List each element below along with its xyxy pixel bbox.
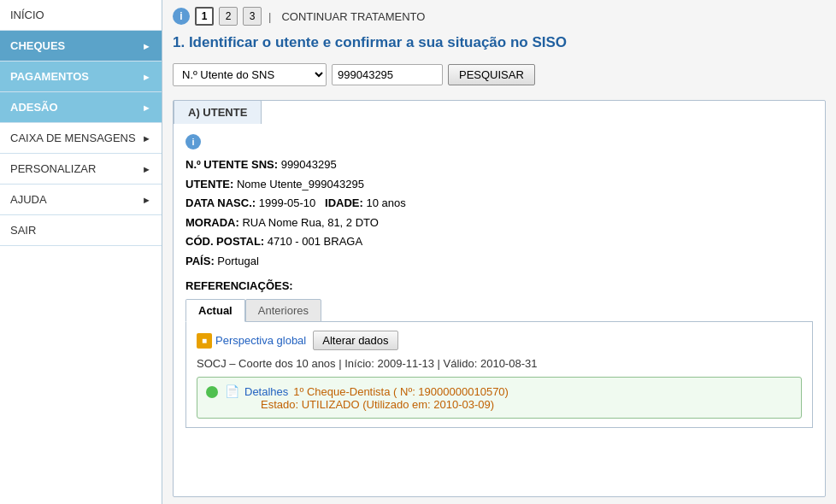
sidebar-label-sair: SAIR: [10, 224, 36, 237]
utente-value: Nome Utente_999043295: [237, 178, 364, 190]
chevron-right-icon: ►: [142, 164, 151, 174]
sidebar-item-ajuda[interactable]: AJUDA ►: [0, 185, 162, 215]
pais-label: PAÍS:: [185, 255, 215, 267]
green-status-dot: [206, 386, 218, 398]
sidebar-label-caixa: CAIXA DE MENSAGENS: [10, 132, 136, 144]
panel-body: i N.º UTENTE SNS: 999043295 UTENTE: Nome…: [174, 124, 825, 438]
info-section-icon: i: [185, 134, 201, 149]
pais-value: Portugal: [217, 255, 258, 267]
top-bar: i 1 2 3 | CONTINUAR TRATAMENTO: [173, 7, 826, 26]
chevron-right-icon: ►: [142, 72, 151, 82]
continue-label: CONTINUAR TRATAMENTO: [281, 10, 425, 23]
chevron-right-icon: ►: [142, 41, 151, 51]
sns-value: 999043295: [281, 158, 337, 171]
idade-label: IDADE:: [325, 196, 363, 209]
tab-anteriores[interactable]: Anteriores: [245, 299, 321, 322]
sidebar-label-cheques: CHEQUES: [10, 39, 65, 52]
sidebar-label-pagamentos: PAGAMENTOS: [10, 70, 89, 83]
cheque-details-row: 📄 Detalhes 1º Cheque-Dentista ( Nº: 1900…: [225, 384, 509, 398]
search-button[interactable]: PESQUISAR: [448, 64, 535, 85]
user-cod-postal-row: CÓD. POSTAL: 4710 - 001 BRAGA: [185, 233, 813, 250]
panel-header: A) UTENTE: [174, 101, 825, 124]
cod-postal-value: 4710 - 001 BRAGA: [268, 235, 362, 248]
sidebar-label-inicio: INÍCIO: [10, 9, 44, 21]
perspectiva-global-button[interactable]: Perspectiva global: [215, 334, 306, 347]
morada-value: RUA Nome Rua, 81, 2 DTO: [242, 216, 378, 229]
cod-postal-label: CÓD. POSTAL:: [185, 235, 264, 248]
step-2-button[interactable]: 2: [219, 7, 238, 26]
idade-value: 10 anos: [366, 196, 405, 209]
sidebar-label-adesao: ADESÃO: [10, 101, 58, 114]
morada-label: MORADA:: [185, 216, 239, 229]
cheque-content: 📄 Detalhes 1º Cheque-Dentista ( Nº: 1900…: [225, 384, 509, 411]
sidebar-item-caixa[interactable]: CAIXA DE MENSAGENS ►: [0, 123, 162, 154]
info-icon[interactable]: i: [173, 8, 190, 25]
cheque-box: 📄 Detalhes 1º Cheque-Dentista ( Nº: 1900…: [197, 377, 802, 419]
sidebar-item-personalizar[interactable]: PERSONALIZAR ►: [0, 154, 162, 185]
utente-label: UTENTE:: [185, 178, 233, 190]
document-icon: 📄: [225, 384, 239, 398]
main-content: i 1 2 3 | CONTINUAR TRATAMENTO 1. Identi…: [162, 0, 836, 504]
ref-info-row: SOCJ – Coorte dos 10 anos | Início: 2009…: [197, 357, 802, 370]
chevron-right-icon: ►: [142, 195, 151, 205]
action-links: ■ Perspectiva global Alterar dados: [197, 331, 802, 350]
sidebar-item-sair[interactable]: SAIR: [0, 215, 162, 246]
user-pais-row: PAÍS: Portugal: [185, 253, 813, 270]
sidebar-item-adesao[interactable]: ADESÃO ►: [0, 92, 162, 123]
chevron-right-icon: ►: [142, 133, 151, 144]
user-utente-row: UTENTE: Nome Utente_999043295: [185, 176, 813, 193]
sidebar-label-ajuda: AJUDA: [10, 193, 47, 206]
step-1-button[interactable]: 1: [195, 7, 214, 26]
sidebar-label-personalizar: PERSONALIZAR: [10, 162, 96, 175]
user-data-row: DATA NASC.: 1999-05-10 IDADE: 10 anos: [185, 195, 813, 212]
user-sns-row: N.º UTENTE SNS: 999043295: [185, 156, 813, 173]
user-morada-row: MORADA: RUA Nome Rua, 81, 2 DTO: [185, 214, 813, 231]
step-3-button[interactable]: 3: [243, 7, 262, 26]
sns-label: N.º UTENTE SNS:: [185, 158, 278, 171]
search-type-select[interactable]: N.º Utente do SNS: [173, 63, 327, 86]
sidebar-item-cheques[interactable]: CHEQUES ►: [0, 31, 162, 62]
referencias-title: REFERENCIAÇÕES:: [185, 279, 813, 292]
detalhes-button[interactable]: Detalhes: [244, 385, 288, 398]
sidebar-item-inicio[interactable]: INÍCIO: [0, 0, 162, 31]
sidebar-item-pagamentos[interactable]: PAGAMENTOS ►: [0, 62, 162, 92]
cheque-line1: 1º Cheque-Dentista ( Nº: 19000000010570): [293, 385, 509, 398]
user-details: N.º UTENTE SNS: 999043295 UTENTE: Nome U…: [185, 156, 813, 269]
page-title: 1. Identificar o utente e confirmar a su…: [173, 34, 826, 51]
perspectiva-icon: ■: [197, 333, 212, 349]
data-nasc-value: 1999-05-10: [259, 196, 316, 209]
search-input[interactable]: [332, 64, 443, 85]
inner-tabs: Actual Anteriores: [185, 299, 813, 322]
search-row: N.º Utente do SNS PESQUISAR: [173, 63, 826, 86]
cheque-line2: Estado: UTILIZADO (Utilizado em: 2010-03…: [261, 398, 509, 411]
chevron-right-icon: ►: [142, 103, 151, 113]
step-divider: |: [268, 10, 271, 23]
tab-content-actual: ■ Perspectiva global Alterar dados SOCJ …: [185, 321, 813, 428]
alterar-dados-button[interactable]: Alterar dados: [313, 331, 397, 350]
sidebar: INÍCIO CHEQUES ► PAGAMENTOS ► ADESÃO ► C…: [0, 0, 162, 504]
panel-tab-utente[interactable]: A) UTENTE: [174, 100, 262, 124]
data-nasc-label: DATA NASC.:: [185, 196, 256, 209]
tab-actual[interactable]: Actual: [185, 299, 245, 322]
utente-panel: A) UTENTE i N.º UTENTE SNS: 999043295 UT…: [173, 100, 826, 497]
